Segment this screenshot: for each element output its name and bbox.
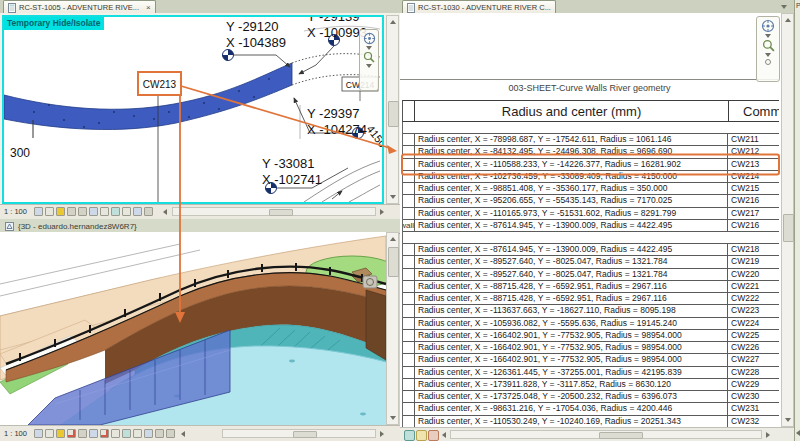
table-row[interactable]: Radius center, X = -88715.428, Y = -6592…: [403, 281, 779, 293]
table-row[interactable]: Radius center, X = -89527.640, Y = -8025…: [403, 256, 779, 268]
schedule-vertical-scrollbar[interactable]: [781, 13, 794, 427]
view3d-vertical-scrollbar[interactable]: [386, 232, 399, 425]
visual-style-icon[interactable]: [45, 429, 54, 438]
scroll-left-icon[interactable]: [181, 431, 185, 437]
table-row[interactable]: Radius center, X = -88715.428, Y = -6592…: [403, 293, 779, 305]
visual-style-icon[interactable]: [45, 207, 54, 216]
table-row[interactable]: Radius center, X = -84132.495, Y = -2449…: [403, 146, 779, 158]
table-row[interactable]: Radius center, X = -166402.901, Y = -775…: [403, 342, 779, 354]
crop-view-icon[interactable]: [78, 429, 87, 438]
table-row[interactable]: Radius center, X = -89527.640, Y = -8025…: [403, 269, 779, 281]
table-row[interactable]: Radius center, X = -87614.945, Y = -1390…: [403, 244, 779, 256]
show-crop-icon[interactable]: [89, 429, 98, 438]
table-row[interactable]: Radius center, X = -126361.445, Y = -372…: [403, 367, 779, 379]
table-row[interactable]: Radius center, X = -173725.048, Y = -205…: [403, 391, 779, 403]
scroll-left-icon[interactable]: [796, 430, 800, 436]
detail-level-icon[interactable]: [34, 429, 43, 438]
view3d-horizontal-scrollbar[interactable]: [222, 429, 376, 438]
reveal-hidden-icon[interactable]: [122, 429, 131, 438]
shadows-icon[interactable]: [67, 429, 76, 438]
row-geometry-text: Radius center, X = -98631.216, Y = -1705…: [415, 403, 728, 414]
detail-level-icon[interactable]: [34, 207, 43, 216]
table-row[interactable]: Radius center, X = -98851.408, Y = -3536…: [403, 183, 779, 195]
chevron-down-icon[interactable]: [765, 34, 771, 38]
zoom-icon[interactable]: [762, 39, 775, 52]
table-row[interactable]: wallRadius center, X = -87614.945, Y = -…: [403, 220, 779, 232]
table-row[interactable]: Radius center, X = -166402.901, Y = -775…: [403, 354, 779, 366]
table-row[interactable]: Radius center, X = -166402.901, Y = -775…: [403, 330, 779, 342]
table-row[interactable]: Radius center, X = -110530.249, Y = -102…: [403, 416, 779, 428]
row-category-label: [403, 330, 415, 341]
schedule-sheet-canvas[interactable]: 003-SHEET-Curve Walls River geometry Rad…: [400, 13, 781, 427]
row-category-label: [403, 342, 415, 353]
scroll-left-icon[interactable]: [442, 432, 446, 438]
temporary-view-properties-icon[interactable]: [133, 207, 142, 216]
chevron-down-icon[interactable]: [366, 64, 372, 68]
scroll-right-icon[interactable]: [380, 209, 384, 215]
shadows-icon[interactable]: [67, 207, 76, 216]
row-geometry-text: Radius center, X = -166402.901, Y = -775…: [415, 330, 728, 341]
lock-3d-view-icon[interactable]: [100, 429, 109, 438]
row-category-label: [403, 244, 415, 255]
row-comment: CW230: [728, 391, 779, 402]
temporary-hide-isolate-icon[interactable]: [111, 429, 120, 438]
wall-tag-cw213[interactable]: CW213: [143, 79, 177, 90]
temporary-view-properties-icon[interactable]: [144, 429, 153, 438]
view3d-canvas[interactable]: [0, 232, 386, 425]
temporary-hide-isolate-icon[interactable]: [404, 430, 415, 441]
table-row[interactable]: Radius center, X = -98631.216, Y = -1705…: [403, 403, 779, 415]
zoom-icon[interactable]: [363, 51, 375, 63]
reveal-constraints-icon[interactable]: [166, 429, 175, 438]
tab-overflow-icon[interactable]: [781, 5, 787, 9]
properties-panel-edge[interactable]: Pr: [794, 0, 800, 441]
table-row[interactable]: Radius center, X = -173911.828, Y = -311…: [403, 379, 779, 391]
row-comment: CW226: [728, 342, 779, 353]
chevron-down-icon[interactable]: [765, 53, 771, 57]
tab-rc-st-1005[interactable]: RC-ST-1005 - ADVENTURE RIVE... ×: [3, 0, 156, 14]
table-row[interactable]: Radius center, X = -105936.082, Y = -559…: [403, 318, 779, 330]
scrollbar-thumb[interactable]: [388, 247, 399, 277]
scroll-right-icon[interactable]: [766, 432, 770, 438]
scrollbar-thumb[interactable]: [599, 432, 643, 439]
close-icon[interactable]: ×: [146, 3, 151, 12]
reveal-hidden-icon[interactable]: [111, 207, 120, 216]
row-comment: CW227: [728, 354, 779, 365]
tab-rc-st-1030[interactable]: RC-ST-1030 - ADVENTURE RIVER C...: [402, 0, 556, 14]
three-d-view-icon: [5, 222, 14, 231]
scrollbar-thumb[interactable]: [388, 101, 399, 127]
navigation-wheel-icon[interactable]: [363, 32, 376, 45]
table-row[interactable]: Radius center, X = -110588.233, Y = -142…: [403, 159, 779, 171]
table-row[interactable]: Radius center, X = -102736.459, Y = -330…: [403, 171, 779, 183]
worksharing-display-icon[interactable]: [122, 207, 131, 216]
analytical-model-icon[interactable]: [155, 429, 164, 438]
show-crop-icon[interactable]: [89, 207, 98, 216]
plan-horizontal-scrollbar[interactable]: [172, 207, 376, 216]
sun-path-icon[interactable]: [56, 429, 65, 438]
scroll-right-icon[interactable]: [380, 431, 384, 437]
table-row[interactable]: Radius center, X = -95206.655, Y = -5543…: [403, 195, 779, 207]
sun-path-icon[interactable]: [56, 207, 65, 216]
scrollbar-thumb[interactable]: [293, 431, 317, 438]
row-geometry-text: Radius center, X = -126361.445, Y = -372…: [415, 367, 728, 378]
scroll-left-icon[interactable]: [163, 209, 167, 215]
temporary-hide-isolate-icon[interactable]: [100, 207, 109, 216]
scale-button[interactable]: 1 : 100: [4, 207, 27, 216]
worksharing-display-icon[interactable]: [133, 429, 142, 438]
table-row[interactable]: Radius center, X = -113637.663, Y = -186…: [403, 305, 779, 317]
crop-view-icon[interactable]: [78, 207, 87, 216]
worksharing-icon[interactable]: [428, 430, 439, 441]
scrollbar-thumb[interactable]: [269, 209, 293, 216]
navigation-options-icon[interactable]: [764, 58, 772, 66]
table-row[interactable]: Radius center, X = -78998.687, Y = -1754…: [403, 134, 779, 146]
reveal-hidden-icon[interactable]: [416, 430, 427, 441]
scrollbar-thumb[interactable]: [783, 214, 794, 242]
table-row[interactable]: Radius center, X = -110165.973, Y = -515…: [403, 208, 779, 220]
navigation-wheel-icon[interactable]: [761, 19, 775, 33]
plan-view-canvas[interactable]: Temporary Hide/Isolate: [2, 15, 384, 204]
plan-vertical-scrollbar[interactable]: [386, 15, 399, 204]
chevron-down-icon[interactable]: [366, 46, 372, 50]
row-comment: CW216: [728, 195, 779, 206]
scale-button[interactable]: 1 : 100: [4, 429, 27, 438]
schedule-horizontal-scrollbar[interactable]: [450, 430, 762, 439]
reveal-constraints-icon[interactable]: [144, 207, 153, 216]
